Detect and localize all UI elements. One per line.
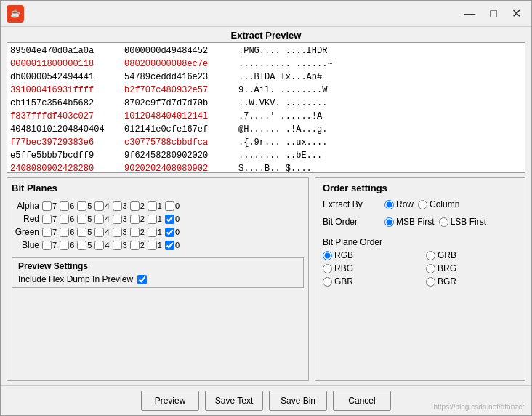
bit-checkbox-green-4[interactable]	[94, 228, 104, 237]
minimize-button[interactable]: —	[459, 7, 480, 21]
bit-checkbox-blue-2[interactable]	[130, 241, 140, 250]
bit-cell-blue-4[interactable]: 4	[94, 241, 109, 250]
bit-cell-green-0[interactable]: 0	[165, 228, 180, 237]
bit-checkbox-alpha-7[interactable]	[42, 201, 52, 211]
bit-cell-green-1[interactable]: 1	[148, 228, 162, 237]
bit-cell-blue-1[interactable]: 1	[148, 241, 162, 250]
msb-option[interactable]: MSB First	[384, 217, 435, 227]
bit-cell-alpha-2[interactable]: 2	[130, 201, 145, 211]
hex-line: db0000054249444154789ceddd416e23...BIDA …	[10, 71, 522, 84]
hex-dump-checkbox[interactable]	[137, 275, 147, 284]
bit-cell-blue-0[interactable]: 0	[165, 241, 180, 250]
bit-cell-alpha-4[interactable]: 4	[94, 201, 109, 211]
bit-cell-green-2[interactable]: 2	[130, 228, 145, 237]
row-option[interactable]: Row	[384, 199, 414, 209]
bit-plane-row: Red 7 6 5 4 3 2 1 0	[12, 214, 304, 224]
bit-cell-blue-6[interactable]: 6	[60, 241, 74, 250]
maximize-button[interactable]: □	[485, 7, 501, 21]
bit-checkbox-alpha-1[interactable]	[148, 201, 157, 211]
bit-cell-blue-7[interactable]: 7	[42, 241, 57, 250]
bit-checkbox-green-3[interactable]	[113, 228, 122, 237]
column-option[interactable]: Column	[418, 199, 459, 209]
bit-checkbox-green-1[interactable]	[148, 228, 157, 237]
bit-plane-brg-option[interactable]: BRG	[426, 263, 517, 273]
bit-cell-red-0[interactable]: 0	[165, 215, 180, 224]
bit-cell-green-7[interactable]: 7	[42, 228, 57, 237]
bit-plane-rgb-radio[interactable]	[323, 251, 332, 260]
bit-cell-red-2[interactable]: 2	[130, 215, 145, 224]
hex-addr: 2408080902428280	[10, 162, 116, 173]
hex-display[interactable]: 89504e470d0a1a0a0000000d49484452.PNG....…	[7, 42, 525, 173]
bit-plane-rgb-option[interactable]: RGB	[323, 250, 414, 260]
bit-checkbox-red-0[interactable]	[165, 215, 174, 224]
bit-checkbox-alpha-3[interactable]	[113, 201, 122, 211]
bit-cell-red-6[interactable]: 6	[60, 215, 74, 224]
save-text-button[interactable]: Save Text	[205, 391, 263, 411]
bit-checkbox-green-6[interactable]	[60, 228, 69, 237]
bit-cell-red-5[interactable]: 5	[77, 215, 92, 224]
bit-cell-blue-3[interactable]: 3	[113, 241, 127, 250]
bit-checkbox-blue-6[interactable]	[60, 241, 69, 250]
bit-plane-bgr-radio[interactable]	[426, 277, 435, 287]
bit-plane-rgb-label: RGB	[334, 250, 353, 260]
bit-checkbox-alpha-2[interactable]	[130, 201, 140, 211]
bit-cell-alpha-3[interactable]: 3	[113, 201, 127, 211]
bit-checkbox-alpha-0[interactable]	[165, 201, 174, 211]
bit-checkbox-blue-0[interactable]	[165, 241, 174, 250]
bit-checkbox-alpha-6[interactable]	[60, 201, 69, 211]
bit-plane-gbr-option[interactable]: GBR	[323, 276, 414, 287]
bit-plane-grb-radio[interactable]	[426, 251, 435, 260]
bit-checkbox-red-3[interactable]	[113, 215, 122, 224]
bit-cell-red-3[interactable]: 3	[113, 215, 127, 224]
content-area: Extract Preview 89504e470d0a1a0a0000000d…	[1, 27, 531, 385]
bit-plane-rbg-option[interactable]: RBG	[323, 263, 414, 273]
bit-plane-rbg-radio[interactable]	[323, 264, 332, 273]
lsb-option[interactable]: LSB First	[439, 217, 486, 227]
bit-cell-green-3[interactable]: 3	[113, 228, 127, 237]
bit-cell-alpha-0[interactable]: 0	[165, 201, 180, 211]
bit-plane-grb-option[interactable]: GRB	[426, 250, 517, 260]
cancel-button[interactable]: Cancel	[333, 391, 391, 411]
bit-plane-gbr-radio[interactable]	[323, 277, 332, 287]
bit-checkbox-green-5[interactable]	[77, 228, 86, 237]
bit-checkbox-green-7[interactable]	[42, 228, 52, 237]
bit-checkbox-alpha-5[interactable]	[77, 201, 86, 211]
bit-checkbox-red-5[interactable]	[77, 215, 86, 224]
bit-plane-bgr-option[interactable]: BGR	[426, 276, 517, 287]
close-button[interactable]: ✕	[507, 7, 525, 21]
bit-cell-alpha-6[interactable]: 6	[60, 201, 74, 211]
bit-cell-red-7[interactable]: 7	[42, 215, 57, 224]
bit-checkbox-red-4[interactable]	[94, 215, 104, 224]
bit-checkbox-green-2[interactable]	[130, 228, 140, 237]
bit-cell-alpha-7[interactable]: 7	[42, 201, 57, 211]
save-bin-button[interactable]: Save Bin	[269, 391, 327, 411]
bit-cell-alpha-1[interactable]: 1	[148, 201, 162, 211]
bit-checkbox-blue-7[interactable]	[42, 241, 52, 250]
bit-checkbox-green-0[interactable]	[165, 228, 174, 237]
hex-addr: 391000416931ffff	[10, 84, 116, 97]
bit-checkbox-blue-5[interactable]	[77, 241, 86, 250]
bit-cell-blue-2[interactable]: 2	[130, 241, 145, 250]
bit-checkbox-red-2[interactable]	[130, 215, 140, 224]
bit-checkbox-blue-1[interactable]	[148, 241, 157, 250]
bit-cell-green-4[interactable]: 4	[94, 228, 109, 237]
bit-checkbox-red-1[interactable]	[148, 215, 157, 224]
hex-ascii: @H...... .!A...g.	[238, 123, 327, 136]
bit-checkbox-alpha-4[interactable]	[94, 201, 104, 211]
bit-checkbox-blue-3[interactable]	[113, 241, 122, 250]
bit-label: 6	[70, 241, 74, 249]
left-panel: Bit Planes Alpha 7 6 5 4 3 2 1 0 Red	[7, 177, 309, 381]
bit-cell-green-5[interactable]: 5	[77, 228, 92, 237]
bit-cell-blue-5[interactable]: 5	[77, 241, 92, 250]
preview-button[interactable]: Preview	[141, 391, 199, 411]
bit-cell-alpha-5[interactable]: 5	[77, 201, 92, 211]
bit-checkbox-blue-4[interactable]	[94, 241, 104, 250]
bit-checkbox-red-6[interactable]	[60, 215, 69, 224]
row-label: Row	[396, 199, 414, 209]
bit-plane-brg-radio[interactable]	[426, 264, 435, 273]
bit-checkbox-red-7[interactable]	[42, 215, 52, 224]
bit-cell-green-6[interactable]: 6	[60, 228, 74, 237]
bit-cell-red-4[interactable]: 4	[94, 215, 109, 224]
hex-bytes: 8702c9f7d7d7d70b	[124, 97, 230, 110]
bit-cell-red-1[interactable]: 1	[148, 215, 162, 224]
